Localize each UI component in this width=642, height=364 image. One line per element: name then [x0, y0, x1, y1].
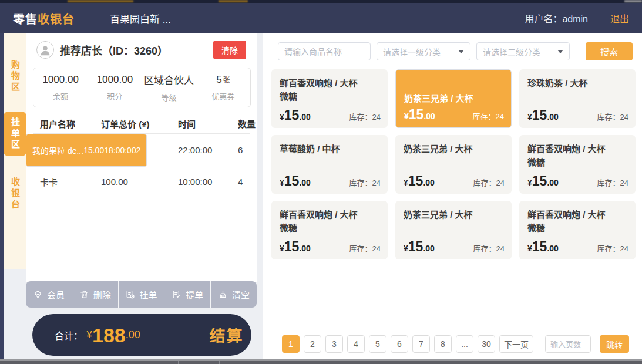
customer-stat: 1000.00余额 [33, 74, 88, 102]
product-stock: 库存：24 [473, 110, 504, 122]
stock-value: 24 [372, 113, 381, 122]
product-panel: 请选择一级分类 请选择二级分类 搜索 鲜百香双响炮 / 大杯微糖¥15.00库存… [263, 33, 642, 359]
table-cell-total: 100.00 [101, 177, 178, 187]
total-currency: ¥ [86, 329, 92, 341]
price-decimals: .00 [423, 112, 435, 121]
price-currency: ¥ [280, 244, 284, 253]
price-integer: 15 [408, 174, 423, 188]
stock-value: 24 [496, 244, 505, 253]
stat-label: 等级 [142, 92, 196, 103]
stock-value: 24 [620, 113, 628, 122]
product-card[interactable]: 奶茶三兄弟 / 大杯¥15.00库存：24 [395, 201, 512, 259]
price-decimals: .00 [299, 178, 310, 187]
stock-label: 库存： [597, 178, 620, 187]
clear-customer-button[interactable]: 清除 [213, 41, 246, 59]
page-number-input[interactable] [545, 335, 591, 353]
panel-divider [261, 33, 261, 359]
stat-label: 积分 [88, 90, 142, 102]
username-value: admin [562, 14, 588, 24]
price-integer: 15 [284, 174, 300, 188]
left-edge-rail [0, 33, 4, 364]
product-card[interactable]: 鲜百香双响炮 / 大杯微糖¥15.00库存：24 [271, 69, 388, 128]
page-button-30[interactable]: 30 [478, 335, 495, 353]
product-subtitle: 微糖 [280, 90, 379, 103]
category2-select[interactable]: 请选择二级分类 [476, 42, 570, 60]
product-card[interactable]: 奶茶三兄弟 / 大杯¥15.00库存：24 [395, 135, 512, 194]
stat-value: 5张 [196, 74, 250, 86]
jump-button[interactable]: 跳转 [600, 335, 629, 353]
page-button-4[interactable]: 4 [347, 335, 365, 353]
category1-select[interactable]: 请选择一级分类 [377, 42, 470, 60]
action-button-1[interactable]: 删除 [72, 281, 119, 308]
price-integer: 15 [408, 240, 423, 254]
page-button-2[interactable]: 2 [304, 335, 321, 353]
category2-placeholder: 请选择二级分类 [483, 46, 540, 58]
action-button-0[interactable]: 会员 [26, 281, 72, 308]
product-price-row: ¥15.00库存：24 [280, 174, 381, 188]
stat-label: 优惠券 [196, 90, 250, 102]
page-button-5[interactable]: 5 [369, 335, 386, 353]
page-button-8[interactable]: 8 [434, 335, 452, 353]
sidebar-tab-1[interactable]: 挂单区 [4, 112, 26, 156]
doc-clock-icon [125, 289, 135, 299]
product-subtitle: 微糖 [527, 156, 627, 169]
table-row[interactable]: 卡卡100.0010:00:004 [26, 166, 257, 197]
page-button-3[interactable]: 3 [325, 335, 343, 353]
table-header-cell: 数量 [238, 117, 257, 130]
product-card[interactable]: 鲜百香双响炮 / 大杯微糖¥15.00库存：24 [519, 135, 636, 194]
product-stock: 库存：24 [597, 111, 628, 122]
action-button-label: 清空 [232, 288, 250, 301]
table-cell-name: 我的果粒 de... [32, 144, 83, 156]
product-price-row: ¥15.00库存：24 [280, 240, 381, 254]
product-title: 奶茶三兄弟 / 大杯 [404, 142, 503, 156]
product-card[interactable]: 鲜百香双响炮 / 大杯微糖¥15.00库存：24 [271, 201, 388, 259]
stock-label: 库存： [349, 113, 372, 122]
stat-unit: 张 [223, 76, 230, 85]
stock-value: 24 [620, 178, 628, 187]
price-integer: 15 [284, 240, 300, 254]
logout-button[interactable]: 退出 [610, 11, 629, 25]
page-button-...[interactable]: ... [456, 335, 473, 353]
category1-placeholder: 请选择一级分类 [383, 46, 441, 58]
product-price-row: ¥15.00库存：24 [404, 240, 505, 254]
action-button-3[interactable]: 提单 [164, 281, 211, 308]
product-title: 奶茶三兄弟 / 大杯 [404, 92, 473, 105]
settle-button[interactable]: 结算 [201, 314, 251, 356]
stock-label: 库存： [473, 112, 496, 121]
product-price-row: ¥15.00库存：24 [280, 109, 381, 122]
product-name-input[interactable] [278, 42, 371, 60]
action-button-4[interactable]: 清空 [211, 281, 257, 308]
side-tab-rail: 购物区挂单区收银台 [4, 33, 26, 269]
app-title-retail: 零售 [13, 13, 38, 26]
product-title: 鲜百香双响炮 / 大杯 [280, 76, 379, 90]
search-button[interactable]: 搜索 [586, 42, 633, 60]
sidebar-tab-2[interactable]: 收银台 [4, 170, 26, 217]
price-currency: ¥ [527, 244, 532, 253]
search-row: 请选择一级分类 请选择二级分类 搜索 [263, 42, 642, 60]
price-decimals: .00 [547, 112, 558, 122]
product-stock: 库存：24 [473, 177, 505, 188]
page-button-6[interactable]: 6 [391, 335, 408, 353]
product-price-row: ¥15.00库存：24 [527, 109, 628, 122]
price-integer: 15 [409, 108, 424, 122]
price-currency: ¥ [527, 178, 532, 187]
table-row[interactable]: 我的果粒 de...15.0018:00:002 [26, 134, 147, 167]
price-decimals: .00 [299, 244, 310, 253]
price-decimals: .00 [423, 244, 434, 253]
product-card[interactable]: 草莓酸奶 / 中杯¥15.00库存：24 [271, 135, 388, 194]
page-button-7[interactable]: 7 [412, 335, 430, 353]
table-header-cell: 时间 [178, 117, 238, 130]
sidebar-tab-0[interactable]: 购物区 [4, 53, 26, 100]
product-price-row: ¥15.00库存：24 [404, 108, 504, 122]
product-card[interactable]: 珍珠奶茶 / 大杯¥15.00库存：24 [519, 69, 636, 128]
stock-value: 24 [496, 112, 504, 121]
product-card[interactable]: 鲜百香双响炮 / 大杯微糖¥15.00库存：24 [519, 201, 636, 259]
next-page-button[interactable]: 下一页 [499, 335, 533, 353]
stock-label: 库存： [473, 178, 496, 187]
action-button-2[interactable]: 挂单 [119, 281, 165, 308]
table-cell-qty: 2 [136, 146, 141, 155]
product-card[interactable]: 奶茶三兄弟 / 大杯¥15.00库存：24 [395, 69, 512, 128]
held-orders-table: 用户名称订单总价 (¥)时间数量 我的果粒 de...15.0018:00:00… [26, 113, 257, 197]
customer-stats-box: 1000.00余额1000.00积分区域合伙人等级5张优惠券 [33, 68, 251, 107]
page-button-1[interactable]: 1 [282, 335, 300, 353]
